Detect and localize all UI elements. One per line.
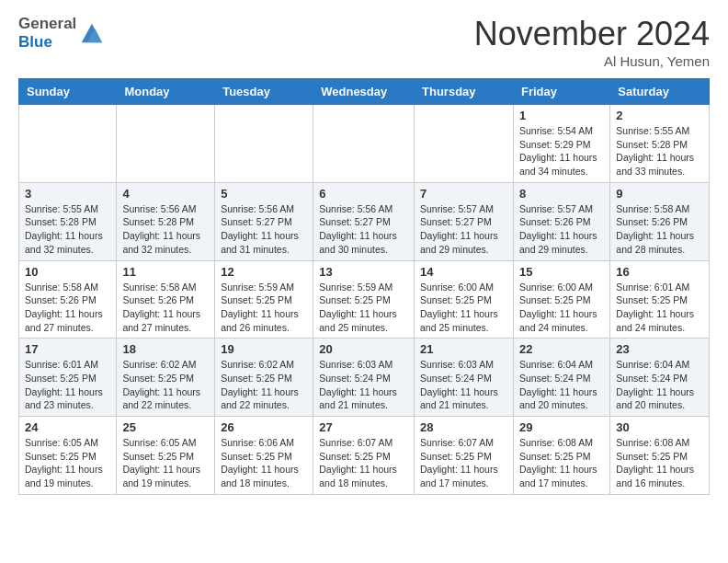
day-info-line: Daylight: 11 hours and 18 minutes. xyxy=(319,463,408,489)
day-info-line: Daylight: 11 hours and 25 minutes. xyxy=(319,307,408,334)
day-number: 8 xyxy=(519,187,604,201)
day-info-line: Sunrise: 5:57 AM xyxy=(519,202,604,216)
day-info-line: Daylight: 11 hours and 24 minutes. xyxy=(519,307,604,334)
logo-icon xyxy=(78,20,104,46)
day-number: 21 xyxy=(420,342,507,356)
weekday-header-saturday: Saturday xyxy=(610,79,710,105)
day-number: 3 xyxy=(25,187,110,201)
day-info-line: Sunset: 5:25 PM xyxy=(319,293,408,307)
day-info-line: Sunset: 5:24 PM xyxy=(420,372,507,385)
day-number: 25 xyxy=(122,420,209,434)
day-info-line: Sunset: 5:26 PM xyxy=(25,293,110,307)
day-info-line: Sunset: 5:25 PM xyxy=(122,372,209,385)
day-info-line: Sunrise: 6:04 AM xyxy=(519,358,604,372)
calendar-cell: 6Sunrise: 5:56 AMSunset: 5:27 PMDaylight… xyxy=(313,182,415,260)
day-number: 16 xyxy=(616,265,703,279)
weekday-header-friday: Friday xyxy=(513,79,609,105)
calendar-cell: 1Sunrise: 5:54 AMSunset: 5:29 PMDaylight… xyxy=(513,105,609,183)
day-info-line: Daylight: 11 hours and 21 minutes. xyxy=(420,385,507,412)
day-info-line: Sunrise: 6:05 AM xyxy=(25,436,110,450)
day-info-line: Sunset: 5:29 PM xyxy=(519,138,604,152)
calendar-cell: 4Sunrise: 5:56 AMSunset: 5:28 PMDaylight… xyxy=(117,182,215,260)
day-info-line: Daylight: 11 hours and 26 minutes. xyxy=(221,307,307,334)
day-info-line: Sunrise: 5:57 AM xyxy=(420,202,507,216)
day-info-line: Sunset: 5:27 PM xyxy=(319,215,408,229)
day-info-line: Sunrise: 5:54 AM xyxy=(519,124,604,138)
calendar-cell: 20Sunrise: 6:03 AMSunset: 5:24 PMDayligh… xyxy=(313,339,415,417)
day-info-line: Daylight: 11 hours and 29 minutes. xyxy=(519,229,604,256)
day-info-line: Sunrise: 5:55 AM xyxy=(25,202,110,216)
day-number: 27 xyxy=(319,420,408,434)
day-info-line: Daylight: 11 hours and 16 minutes. xyxy=(616,463,703,489)
day-info-line: Sunset: 5:25 PM xyxy=(221,450,307,464)
day-info-line: Sunrise: 6:02 AM xyxy=(122,358,209,372)
day-info-line: Sunset: 5:25 PM xyxy=(519,450,604,464)
day-info-line: Sunset: 5:26 PM xyxy=(122,293,209,307)
calendar-table: SundayMondayTuesdayWednesdayThursdayFrid… xyxy=(18,78,710,495)
location: Al Husun, Yemen xyxy=(474,53,710,69)
day-info-line: Sunset: 5:25 PM xyxy=(221,372,307,385)
calendar-week-row: 1Sunrise: 5:54 AMSunset: 5:29 PMDaylight… xyxy=(19,105,710,183)
day-info-line: Sunrise: 6:07 AM xyxy=(319,436,408,450)
day-info-line: Sunrise: 6:03 AM xyxy=(420,358,507,372)
day-info-line: Sunrise: 5:56 AM xyxy=(221,202,307,216)
day-info-line: Sunrise: 6:01 AM xyxy=(616,281,703,294)
day-number: 6 xyxy=(319,187,408,201)
weekday-header-monday: Monday xyxy=(117,79,215,105)
day-info-line: Daylight: 11 hours and 32 minutes. xyxy=(122,229,209,256)
day-number: 28 xyxy=(420,420,507,434)
day-info-line: Sunrise: 5:56 AM xyxy=(319,202,408,216)
calendar-week-row: 17Sunrise: 6:01 AMSunset: 5:25 PMDayligh… xyxy=(19,339,710,417)
day-number: 14 xyxy=(420,265,507,279)
calendar-cell: 18Sunrise: 6:02 AMSunset: 5:25 PMDayligh… xyxy=(117,339,215,417)
day-info-line: Sunset: 5:28 PM xyxy=(122,215,209,229)
calendar-week-row: 3Sunrise: 5:55 AMSunset: 5:28 PMDaylight… xyxy=(19,182,710,260)
day-info-line: Sunset: 5:24 PM xyxy=(616,372,703,385)
day-info-line: Daylight: 11 hours and 19 minutes. xyxy=(122,463,209,489)
calendar-cell xyxy=(19,105,117,183)
day-info-line: Sunrise: 6:08 AM xyxy=(519,436,604,450)
day-number: 9 xyxy=(616,187,703,201)
day-number: 10 xyxy=(25,265,110,279)
day-info-line: Sunset: 5:25 PM xyxy=(519,293,604,307)
calendar-cell xyxy=(117,105,215,183)
day-number: 15 xyxy=(519,265,604,279)
day-info-line: Sunset: 5:25 PM xyxy=(420,450,507,464)
day-info-line: Sunrise: 6:07 AM xyxy=(420,436,507,450)
day-info-line: Daylight: 11 hours and 25 minutes. xyxy=(420,307,507,334)
day-info-line: Daylight: 11 hours and 27 minutes. xyxy=(122,307,209,334)
day-number: 12 xyxy=(221,265,307,279)
day-info-line: Sunset: 5:25 PM xyxy=(221,293,307,307)
day-info-line: Daylight: 11 hours and 22 minutes. xyxy=(122,385,209,412)
day-info-line: Sunset: 5:25 PM xyxy=(25,450,110,464)
day-info-line: Daylight: 11 hours and 29 minutes. xyxy=(420,229,507,256)
day-info-line: Sunset: 5:25 PM xyxy=(616,293,703,307)
day-info-line: Sunset: 5:28 PM xyxy=(25,215,110,229)
day-info-line: Daylight: 11 hours and 30 minutes. xyxy=(319,229,408,256)
day-info-line: Sunset: 5:26 PM xyxy=(616,215,703,229)
day-number: 17 xyxy=(25,342,110,356)
calendar-cell: 24Sunrise: 6:05 AMSunset: 5:25 PMDayligh… xyxy=(19,417,117,495)
day-info-line: Sunrise: 6:01 AM xyxy=(25,358,110,372)
day-number: 2 xyxy=(616,109,703,122)
day-info-line: Sunset: 5:25 PM xyxy=(420,293,507,307)
logo-blue: Blue xyxy=(18,33,76,52)
day-info-line: Sunrise: 5:59 AM xyxy=(221,281,307,294)
day-info-line: Daylight: 11 hours and 17 minutes. xyxy=(420,463,507,489)
calendar-cell: 14Sunrise: 6:00 AMSunset: 5:25 PMDayligh… xyxy=(415,260,514,339)
calendar-cell: 7Sunrise: 5:57 AMSunset: 5:27 PMDaylight… xyxy=(415,182,514,260)
day-info-line: Daylight: 11 hours and 31 minutes. xyxy=(221,229,307,256)
day-info-line: Sunrise: 5:55 AM xyxy=(616,124,703,138)
calendar-header-row: SundayMondayTuesdayWednesdayThursdayFrid… xyxy=(19,79,710,105)
day-info-line: Daylight: 11 hours and 24 minutes. xyxy=(616,307,703,334)
weekday-header-wednesday: Wednesday xyxy=(313,79,415,105)
day-info-line: Daylight: 11 hours and 27 minutes. xyxy=(25,307,110,334)
calendar-cell: 27Sunrise: 6:07 AMSunset: 5:25 PMDayligh… xyxy=(313,417,415,495)
day-info-line: Sunrise: 5:58 AM xyxy=(616,202,703,216)
day-info-line: Sunrise: 6:05 AM xyxy=(122,436,209,450)
day-info-line: Sunrise: 6:04 AM xyxy=(616,358,703,372)
calendar-cell: 29Sunrise: 6:08 AMSunset: 5:25 PMDayligh… xyxy=(513,417,609,495)
day-info-line: Daylight: 11 hours and 17 minutes. xyxy=(519,463,604,489)
day-info-line: Sunrise: 6:00 AM xyxy=(519,281,604,294)
day-number: 1 xyxy=(519,109,604,122)
